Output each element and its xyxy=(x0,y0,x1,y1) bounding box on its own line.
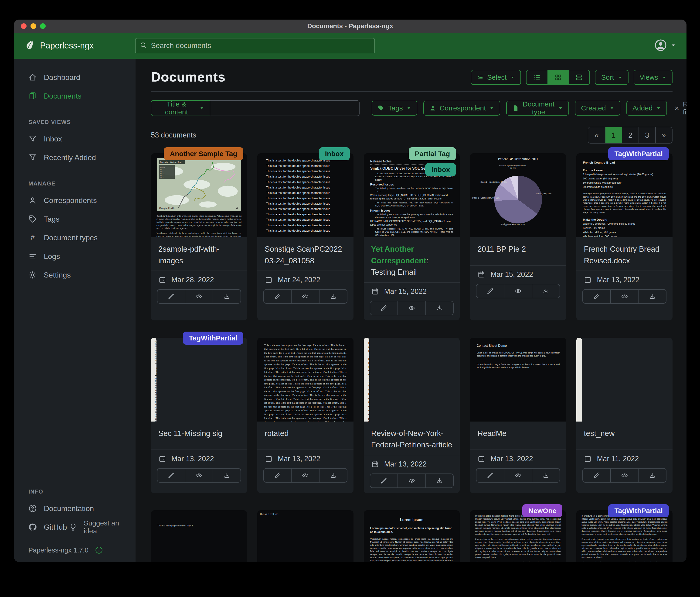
tag-badge[interactable]: Partial Tag xyxy=(409,147,456,160)
tag-badge[interactable]: NewOne xyxy=(522,504,562,517)
download-button[interactable] xyxy=(638,290,666,303)
filter-added-button[interactable]: Added xyxy=(626,101,667,116)
document-title[interactable]: French Country Bread Revised.docx xyxy=(576,237,673,270)
sidebar-item-documents[interactable]: Documents xyxy=(28,87,128,105)
filter-field-dropdown[interactable]: Title & content xyxy=(151,100,210,116)
sidebar-item-logs[interactable]: Logs xyxy=(28,247,128,266)
document-thumbnail[interactable]: Adobe Acrobat PDF FilesAdobe® Portable D… xyxy=(576,338,582,422)
edit-button[interactable] xyxy=(370,474,398,487)
document-title[interactable]: test_new xyxy=(576,422,673,450)
search-input[interactable] xyxy=(135,38,375,53)
view-button[interactable] xyxy=(398,474,425,487)
sidebar-item-tags[interactable]: Tags xyxy=(28,210,128,229)
tag-badge[interactable]: TagWithPartial xyxy=(183,332,243,344)
edit-button[interactable] xyxy=(370,301,398,315)
filter-tags-button[interactable]: Tags xyxy=(372,101,417,116)
document-title[interactable]: 2011 BP Pie 2 xyxy=(470,237,566,265)
document-title[interactable]: ReadMe xyxy=(470,422,566,450)
search-field[interactable] xyxy=(151,42,370,50)
download-button[interactable] xyxy=(319,290,347,303)
pagination-page-1[interactable]: 1 xyxy=(605,127,622,143)
document-thumbnail[interactable]: Boundary Waters TripLegendDay 1Day 2Day … xyxy=(151,153,247,237)
pagination-prev-button[interactable]: « xyxy=(588,127,605,143)
document-thumbnail[interactable]: French Country BreadFor the Leaven1 heap… xyxy=(576,153,673,237)
document-title[interactable]: Yet Another Correspondent: Testing Email xyxy=(364,237,460,282)
document-title[interactable]: Review-of-New-York-Federal-Petitions-art… xyxy=(364,422,460,455)
view-button[interactable] xyxy=(185,290,213,303)
sidebar-item-correspondents[interactable]: Correspondents xyxy=(28,191,128,210)
document-thumbnail[interactable]: Review of New York Federal Petitions for… xyxy=(364,338,369,422)
grid-view-button[interactable] xyxy=(548,70,569,85)
download-button[interactable] xyxy=(212,290,241,303)
sidebar-item-suggest-idea[interactable]: Suggest an idea xyxy=(69,518,128,536)
document-thumbnail[interactable]: Patient BP Distribution 2011Normal, 150,… xyxy=(470,153,566,237)
edit-button[interactable] xyxy=(476,469,504,482)
document-thumbnail[interactable]: This is the text that appears on the fir… xyxy=(257,338,353,422)
edit-button[interactable] xyxy=(157,469,185,482)
document-correspondent[interactable]: Yet Another Correspondent xyxy=(371,245,426,265)
edit-button[interactable] xyxy=(583,469,610,482)
document-thumbnail[interactable]: Contact Sheet DemoGiven a set of image f… xyxy=(470,338,566,422)
sidebar-item-documentation[interactable]: Documentation xyxy=(28,499,128,518)
document-thumbnail[interactable]: Lorem ipsumLorem ipsum dolor sit amet, c… xyxy=(364,510,460,562)
user-menu-button[interactable] xyxy=(654,39,676,52)
edit-button[interactable] xyxy=(264,290,291,303)
document-thumbnail[interactable]: This is a test file. xyxy=(257,510,353,562)
edit-button[interactable] xyxy=(157,290,185,303)
document-thumbnail[interactable]: In tincidunt elit id dignissim facilisis… xyxy=(470,510,566,562)
download-button[interactable] xyxy=(425,474,453,487)
sidebar-item-github[interactable]: GitHub xyxy=(28,518,67,536)
info-circle-icon[interactable] xyxy=(95,546,103,554)
views-button[interactable]: Views xyxy=(634,70,673,85)
document-title[interactable]: 2sample-pdf-with-images xyxy=(151,237,247,270)
view-button[interactable] xyxy=(291,469,319,482)
detail-view-button[interactable] xyxy=(569,70,590,85)
minimize-window-button[interactable] xyxy=(30,23,36,29)
tag-badge[interactable]: Inbox xyxy=(319,147,350,160)
view-button[interactable] xyxy=(504,284,532,298)
filter-created-button[interactable]: Created xyxy=(575,101,620,116)
pagination-page-3[interactable]: 3 xyxy=(639,127,655,143)
filter-text-input[interactable] xyxy=(210,100,359,116)
sidebar-item-settings[interactable]: Settings xyxy=(28,266,128,284)
view-button[interactable] xyxy=(610,290,638,303)
download-button[interactable] xyxy=(319,469,347,482)
document-thumbnail[interactable]: This is a multi page document. Page 1. xyxy=(151,510,247,562)
download-button[interactable] xyxy=(425,301,453,315)
app-brand[interactable]: Paperless-ngx xyxy=(25,40,135,52)
list-view-button[interactable] xyxy=(526,70,548,85)
view-button[interactable] xyxy=(291,290,319,303)
sidebar-item-inbox[interactable]: Inbox xyxy=(28,129,128,148)
view-button[interactable] xyxy=(504,469,532,482)
edit-button[interactable] xyxy=(583,290,610,303)
sidebar-item-dashboard[interactable]: Dashboard xyxy=(28,68,128,87)
document-thumbnail[interactable]: This is a test for the double space char… xyxy=(257,153,353,237)
document-thumbnail[interactable]: In tincidunt elit id dignissim facilisis… xyxy=(576,510,673,562)
tag-badge[interactable]: Another Sample Tag xyxy=(164,147,243,160)
sidebar-item-document-types[interactable]: # Document types xyxy=(28,229,128,247)
document-title[interactable]: Sonstige ScanPC2022 03-24_081058 xyxy=(257,237,353,270)
pagination-page-2[interactable]: 2 xyxy=(622,127,639,143)
download-button[interactable] xyxy=(638,469,666,482)
tag-badge[interactable]: TagWithPartial xyxy=(608,147,669,160)
sidebar-item-recently-added[interactable]: Recently Added xyxy=(28,148,128,167)
select-button[interactable]: Select xyxy=(471,70,521,85)
document-title[interactable]: rotated xyxy=(257,422,353,450)
pagination-next-button[interactable]: » xyxy=(655,127,672,143)
download-button[interactable] xyxy=(532,469,560,482)
download-button[interactable] xyxy=(532,284,560,298)
tag-badge[interactable]: Inbox xyxy=(425,163,456,176)
view-button[interactable] xyxy=(610,469,638,482)
close-window-button[interactable] xyxy=(21,23,27,29)
filter-document-type-button[interactable]: Document type xyxy=(506,101,569,116)
edit-button[interactable] xyxy=(476,284,504,298)
view-button[interactable] xyxy=(398,301,425,315)
document-thumbnail[interactable]: Application for Medical Staff MembersGoo… xyxy=(151,338,156,422)
zoom-window-button[interactable] xyxy=(40,23,46,29)
sort-button[interactable]: Sort xyxy=(595,70,628,85)
download-button[interactable] xyxy=(212,469,241,482)
reset-filters-button[interactable]: × Reset filters xyxy=(674,100,686,116)
document-title[interactable]: Sec 11-Missing sig xyxy=(151,422,247,450)
view-button[interactable] xyxy=(185,469,213,482)
filter-correspondent-button[interactable]: Correspondent xyxy=(423,101,500,116)
